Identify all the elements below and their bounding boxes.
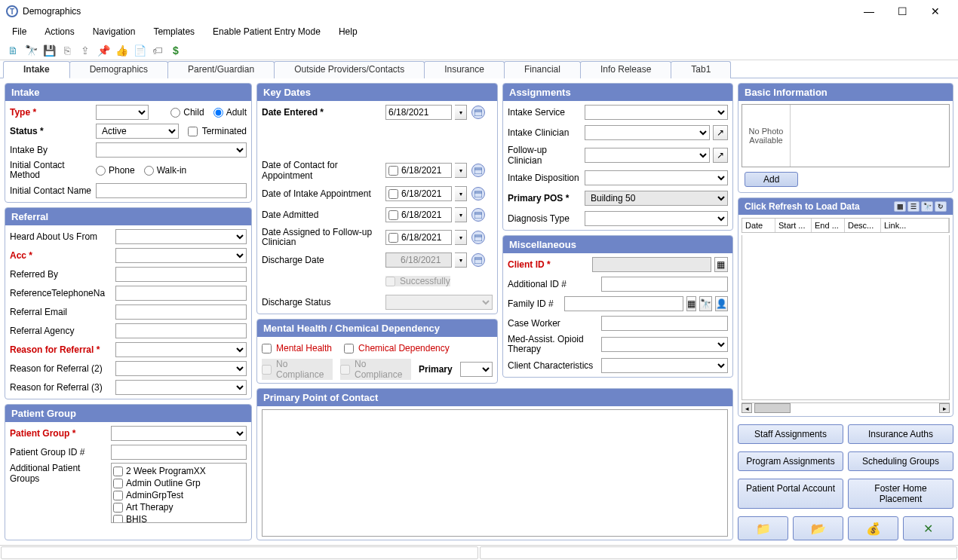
tab-demographics[interactable]: Demographics [69,61,168,78]
tab-intake[interactable]: Intake [3,61,70,78]
col-link[interactable]: Link... [881,219,949,232]
ref-tel-input[interactable] [115,286,247,301]
save-icon[interactable]: 💾 [42,44,56,57]
calendar-icon[interactable] [471,231,485,244]
calendar-icon[interactable] [471,164,485,177]
tab-outside[interactable]: Outside Providers/Contacts [274,61,425,78]
tab-info-release[interactable]: Info Release [580,61,671,78]
binoculars-icon[interactable]: 🔭 [921,201,933,212]
add-button[interactable]: Add [745,172,798,187]
list-icon[interactable]: ☰ [907,201,920,212]
col-start[interactable]: Start ... [775,219,812,232]
photo-notes[interactable] [791,105,949,167]
folder-icon[interactable]: 📁 [738,516,788,540]
tab-tab1[interactable]: Tab1 [671,61,731,78]
followup-clinician-select[interactable] [585,148,710,163]
menu-file[interactable]: File [5,24,34,39]
calendar-icon[interactable] [471,106,485,119]
ref-agency-input[interactable] [115,323,247,338]
money-bag-icon[interactable]: 💰 [848,516,898,540]
calc-icon[interactable]: ▦ [714,257,728,272]
phone-radio[interactable]: Phone [96,165,135,176]
spin-icon[interactable]: ▾ [455,105,467,120]
acc-select[interactable] [115,248,247,263]
type-select[interactable] [96,105,149,120]
minimize-button[interactable]: — [852,0,886,23]
tag-icon[interactable]: 🏷 [151,44,164,57]
client-char-select[interactable] [601,358,728,373]
spin-icon[interactable]: ▾ [455,230,467,245]
jump-icon[interactable]: ↗ [713,148,728,163]
calendar-icon[interactable] [471,187,485,200]
export-icon[interactable]: ⇪ [78,44,92,57]
pos-select[interactable]: Building 50 [585,191,728,206]
tab-parent[interactable]: Parent/Guardian [167,61,275,78]
thumb-icon[interactable]: 👍 [115,44,128,57]
case-worker-input[interactable] [601,316,728,331]
intake-date-field[interactable]: 6/18/2021 [385,186,452,201]
maximize-button[interactable]: ☐ [886,0,919,23]
col-end[interactable]: End ... [812,219,845,232]
additional-groups-list[interactable]: 2 Week ProgramXX Admin Outline Grp Admin… [111,463,247,523]
close-button[interactable]: ✕ [919,0,952,23]
diagnosis-select[interactable] [585,211,728,226]
family-id-input[interactable] [564,296,683,311]
jump-icon[interactable]: ↗ [713,125,728,140]
referred-by-input[interactable] [115,267,247,282]
mh-checkbox[interactable]: Mental Health [262,343,332,353]
ref-email-input[interactable] [115,304,247,320]
person-icon[interactable]: 👤 [715,296,728,311]
col-desc[interactable]: Desc... [845,219,881,232]
calendar-icon[interactable] [471,253,485,267]
disposition-select[interactable] [585,170,728,185]
binoculars-icon[interactable]: 🔭 [699,296,712,311]
admitted-date-field[interactable]: 6/18/2021 [385,207,452,222]
adult-radio[interactable]: Adult [213,107,247,118]
walkin-radio[interactable]: Walk-in [144,165,187,176]
pin-icon[interactable]: 📌 [97,44,110,57]
col-date[interactable]: Date [742,219,775,232]
intake-by-select[interactable] [96,142,247,158]
grid-scrollbar[interactable]: ◂▸ [742,402,950,413]
child-radio[interactable]: Child [170,107,204,118]
date-entered-field[interactable]: 6/18/2021 [385,105,452,120]
reason1-select[interactable] [115,342,247,357]
calendar-icon[interactable] [471,208,485,222]
pgroup-id-input[interactable] [111,445,247,460]
tab-financial[interactable]: Financial [504,61,581,78]
heard-select[interactable] [115,229,247,244]
binoculars-icon[interactable]: 🔭 [24,44,38,57]
contact-name-input[interactable] [96,183,247,198]
followup-date-field[interactable]: 6/18/2021 [385,230,452,245]
menu-entry-mode[interactable]: Enable Patient Entry Mode [205,24,328,39]
pgroup-select[interactable] [111,426,247,441]
tools-icon[interactable]: ✕ [903,516,953,540]
scheduling-groups-button[interactable]: Scheduling Groups [848,451,953,471]
intake-clinician-select[interactable] [585,125,710,140]
spin-icon[interactable]: ▾ [455,207,467,222]
insurance-auths-button[interactable]: Insurance Auths [848,424,953,444]
patient-portal-button[interactable]: Patient Portal Account [738,479,843,509]
spin-icon[interactable]: ▾ [455,186,467,201]
reason2-select[interactable] [115,361,247,376]
add-id-input[interactable] [601,277,728,292]
menu-templates[interactable]: Templates [146,24,202,39]
menu-navigation[interactable]: Navigation [85,24,143,39]
status-select[interactable]: Active [96,124,179,139]
dollar-icon[interactable]: $ [169,44,183,57]
grid-body[interactable] [742,235,950,400]
doc-icon[interactable]: 📄 [133,44,146,57]
calc-icon[interactable]: ▦ [686,296,696,311]
grid-icon[interactable]: ▦ [894,201,906,212]
spin-icon[interactable]: ▾ [455,252,467,268]
new-icon[interactable]: 🗎 [6,44,20,57]
refresh-icon[interactable]: ↻ [935,201,947,212]
foster-home-button[interactable]: Foster Home Placement [848,479,953,509]
menu-actions[interactable]: Actions [37,24,81,39]
copy-icon[interactable]: ⎘ [60,44,74,57]
menu-help[interactable]: Help [331,24,365,39]
reason3-select[interactable] [115,380,247,395]
open-folder-icon[interactable]: 📂 [793,516,843,540]
tab-insurance[interactable]: Insurance [424,61,505,78]
program-assignments-button[interactable]: Program Assignments [738,451,843,471]
